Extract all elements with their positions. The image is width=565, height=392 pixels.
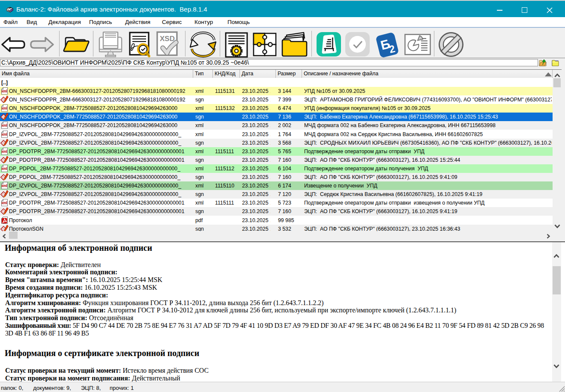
svg-text:xml: xml [1,201,7,205]
svg-text:xml: xml [1,167,7,171]
svg-text:xml: xml [1,107,7,110]
svg-text:xml: xml [1,89,7,93]
svg-text:XSD: XSD [160,35,175,43]
svg-text:xml: xml [1,184,7,188]
svg-text:xml: xml [1,150,7,154]
svg-text:xml: xml [1,133,7,137]
svg-text:xml: xml [1,124,7,128]
